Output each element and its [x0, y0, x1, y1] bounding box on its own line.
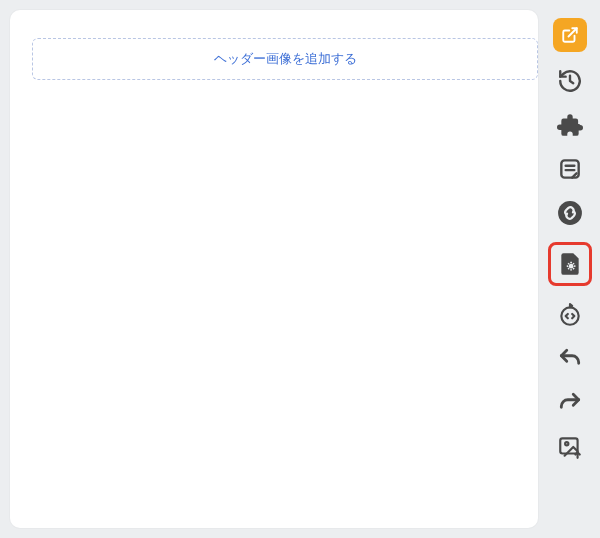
undo-icon: [557, 346, 583, 372]
external-link-icon: [561, 26, 579, 44]
image-upload-button[interactable]: [555, 432, 585, 462]
puzzle-icon: [557, 112, 583, 138]
link-icon: [557, 200, 583, 226]
svg-line-0: [569, 28, 577, 36]
svg-line-13: [568, 268, 569, 269]
settings-highlight: [548, 242, 592, 286]
page-settings-button[interactable]: [555, 249, 585, 279]
svg-point-14: [561, 307, 578, 324]
document-icon: [557, 156, 583, 182]
file-settings-icon: [557, 251, 583, 277]
svg-point-5: [569, 264, 574, 269]
svg-point-4: [558, 201, 582, 225]
svg-line-10: [568, 263, 569, 264]
code-compass-icon: [557, 302, 583, 328]
code-button[interactable]: [555, 300, 585, 330]
svg-line-11: [573, 268, 574, 269]
svg-line-12: [573, 263, 574, 264]
history-button[interactable]: [555, 66, 585, 96]
add-header-image-button[interactable]: ヘッダー画像を追加する: [32, 38, 538, 80]
add-header-image-label: ヘッダー画像を追加する: [214, 50, 357, 68]
plugins-button[interactable]: [555, 110, 585, 140]
redo-icon: [557, 390, 583, 416]
image-upload-icon: [557, 434, 583, 460]
svg-point-16: [565, 442, 568, 445]
undo-button[interactable]: [555, 344, 585, 374]
publish-button[interactable]: [553, 18, 587, 52]
history-icon: [557, 68, 583, 94]
redo-button[interactable]: [555, 388, 585, 418]
editor-canvas: ヘッダー画像を追加する: [10, 10, 538, 528]
template-button[interactable]: [555, 154, 585, 184]
right-toolbar: [548, 18, 592, 462]
link-button[interactable]: [555, 198, 585, 228]
